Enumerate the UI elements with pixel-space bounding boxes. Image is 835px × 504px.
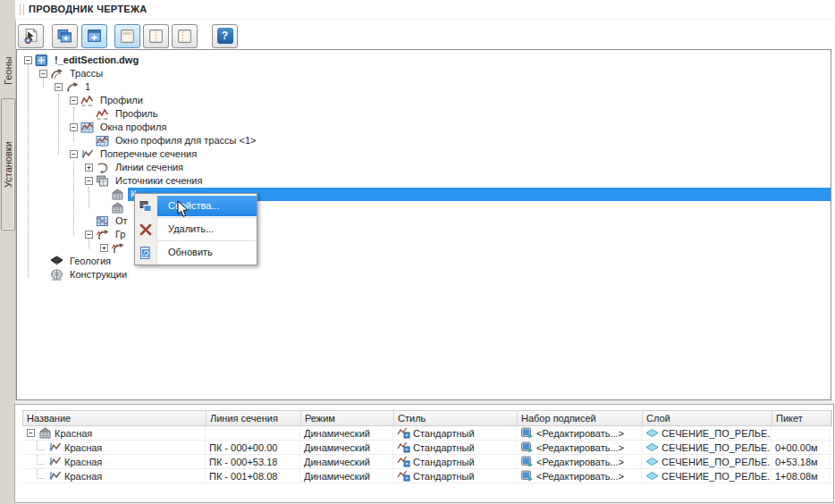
cell-section-line[interactable]: ПК - 000+53.18	[206, 455, 300, 468]
expander-minus-icon[interactable]: −	[55, 83, 63, 91]
cell-name[interactable]: Красная	[22, 469, 206, 483]
expander-minus-icon[interactable]: −	[70, 97, 78, 105]
cell-mode[interactable]: Динамический	[300, 469, 393, 483]
column-header-5[interactable]: Набор подписей	[518, 411, 643, 425]
tree-item-2[interactable]: −1	[17, 80, 831, 94]
menu-item-label: Удалить...	[157, 219, 257, 239]
cell-layer[interactable]: СЕЧЕНИЕ_ПО_РЕЛЬЕ...	[642, 455, 772, 468]
cell-style[interactable]: Стандартный	[393, 469, 517, 483]
expander-minus-icon[interactable]: −	[24, 56, 32, 64]
drag-grip[interactable]	[20, 4, 24, 15]
cell-label-set[interactable]: <Редактировать...>	[517, 426, 642, 440]
cell-style[interactable]: Стандартный	[393, 426, 517, 440]
tree-item-3[interactable]: −Профили	[17, 94, 831, 107]
cell-layer[interactable]: СЕЧЕНИЕ_ПО_РЕЛЬЕ...	[642, 469, 772, 483]
expander-minus-icon[interactable]: −	[70, 150, 78, 158]
layer-value: СЕЧЕНИЕ_ПО_РЕЛЬЕ...	[662, 442, 772, 453]
drawing-explorer-panel: Геоны Установки ПРОВОДНИК ЧЕРТЕЖА ? −!_e…	[0, 0, 835, 504]
menu-item-refresh[interactable]: Обновить	[135, 242, 257, 263]
delete-icon	[135, 223, 156, 236]
expander-minus-icon[interactable]: −	[85, 231, 93, 239]
table-row[interactable]: КраснаяПК - 001+08.08ДинамическийСтандар…	[22, 469, 832, 483]
cell-label-set[interactable]: <Редактировать...>	[517, 469, 642, 483]
style-label: Стандартный	[413, 457, 475, 467]
side-tab-settings[interactable]: Установки	[1, 98, 15, 231]
label-set-value: <Редактировать...>	[536, 471, 624, 482]
cell-name[interactable]: Красная	[22, 455, 206, 468]
tree-item-1[interactable]: −Трассы	[17, 67, 831, 80]
row-name-label: Красная	[55, 428, 92, 439]
cell-section-line[interactable]: ПК - 000+00.00	[206, 441, 300, 454]
expander-minus-icon[interactable]: −	[39, 70, 47, 78]
cell-station[interactable]: 0+53.18м	[772, 455, 831, 468]
tree-item-0[interactable]: −!_editSection.dwg	[17, 54, 831, 67]
cell-layer[interactable]: СЕЧЕНИЕ_ПО_РЕЛЬЕ...	[642, 426, 772, 440]
cell-style[interactable]: Стандартный	[393, 441, 517, 454]
sectionsources-icon	[96, 175, 109, 187]
menu-item-delete[interactable]: Удалить...	[135, 219, 257, 239]
side-tab-geons[interactable]: Геоны	[0, 41, 15, 100]
tree-item-5[interactable]: −Окна профиля	[17, 121, 831, 134]
layout-split-left-button[interactable]	[143, 24, 169, 48]
column-header-3[interactable]: Режим	[301, 411, 394, 425]
expander-minus-icon[interactable]: −	[27, 429, 35, 437]
refresh-icon	[135, 247, 156, 259]
cell-mode[interactable]: Динамический	[300, 441, 393, 454]
sectionlines-icon	[96, 162, 109, 173]
layer-value: СЕЧЕНИЕ_ПО_РЕЛЬЕ...	[662, 428, 772, 439]
cell-layer[interactable]: СЕЧЕНИЕ_ПО_РЕЛЬЕ...	[642, 441, 772, 454]
style-icon	[397, 427, 410, 439]
group-icon	[96, 229, 109, 240]
cell-label-set[interactable]: <Редактировать...>	[517, 455, 642, 468]
expander-minus-icon[interactable]: −	[85, 177, 93, 185]
tree-item-7[interactable]: −Поперечные сечения	[17, 147, 831, 161]
expander-plus-icon[interactable]: +	[100, 244, 108, 252]
row-name-label: Красная	[64, 442, 102, 453]
profilewin-icon	[96, 135, 109, 147]
items-view-panel: НазваниеЛиния сеченияРежимСтильНабор под…	[14, 404, 834, 503]
expander-minus-icon[interactable]: −	[70, 123, 78, 131]
tree-item-8[interactable]: +Линии сечения	[17, 161, 831, 174]
cell-name[interactable]: −Красная	[22, 426, 206, 440]
tree-item-label: От	[113, 214, 131, 228]
menu-item-properties[interactable]: Свойства...	[135, 196, 257, 216]
cell-station[interactable]: 1+08.08м	[772, 469, 831, 483]
toolbar: ?	[15, 22, 238, 49]
cell-mode[interactable]: Динамический	[300, 426, 393, 440]
tree-item-9[interactable]: −Источники сечения	[17, 174, 831, 188]
tree-connector	[37, 469, 45, 479]
help-button[interactable]: ?	[212, 24, 238, 48]
layout-single-pane-button[interactable]	[114, 24, 140, 48]
crosssection-icon	[48, 441, 62, 453]
tree-item-label: Линии сечения	[113, 161, 186, 174]
tree-item-6[interactable]: Окно профиля для трассы <1>	[17, 134, 831, 147]
pick-from-drawing-button[interactable]	[18, 24, 44, 48]
cell-label-set[interactable]: <Редактировать...>	[517, 441, 642, 454]
tree-item-4[interactable]: Профиль	[17, 107, 831, 121]
table-row[interactable]: −КраснаяДинамическийСтандартный<Редактир…	[22, 426, 832, 441]
new-view-window-button[interactable]	[81, 24, 107, 48]
layout-split-right-button[interactable]	[172, 24, 198, 48]
cell-station[interactable]	[772, 426, 831, 440]
layer-icon	[645, 470, 659, 482]
column-header-4[interactable]: Стиль	[394, 411, 518, 425]
cell-style[interactable]: Стандартный	[393, 455, 517, 468]
cascade-windows-button[interactable]	[52, 24, 78, 48]
column-header-1[interactable]: Название	[23, 411, 207, 425]
expander-plus-icon[interactable]: +	[85, 164, 93, 172]
cell-section-line[interactable]	[206, 426, 300, 440]
tree-item-16[interactable]: Конструкции	[17, 268, 831, 281]
cell-section-line[interactable]: ПК - 001+08.08	[206, 469, 300, 483]
column-header-7[interactable]: Пикет	[772, 411, 831, 425]
dwg-icon	[35, 55, 48, 66]
routes-icon	[50, 68, 63, 80]
table-row[interactable]: КраснаяПК - 000+00.00ДинамическийСтандар…	[22, 441, 832, 455]
column-header-2[interactable]: Линия сечения	[207, 411, 301, 425]
cell-station[interactable]: 0+00.00м	[772, 441, 831, 454]
geology-icon	[50, 256, 63, 267]
column-header-6[interactable]: Слой	[643, 411, 772, 425]
cell-mode[interactable]: Динамический	[300, 455, 393, 468]
cell-name[interactable]: Красная	[22, 441, 206, 454]
table-row[interactable]: КраснаяПК - 000+53.18ДинамическийСтандар…	[22, 455, 832, 469]
style-icon	[397, 441, 410, 453]
